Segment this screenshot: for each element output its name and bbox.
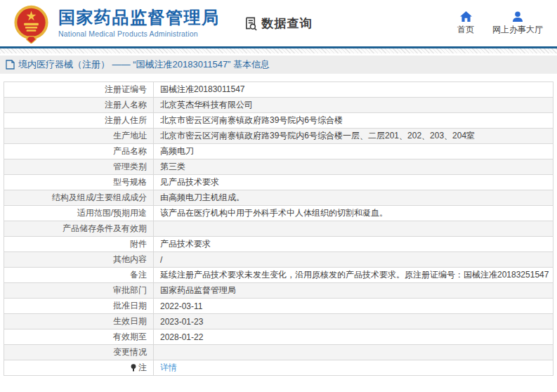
row-label-cell: 产品名称 (4, 144, 154, 159)
document-icon (6, 60, 15, 70)
row-label-cell: 型号规格 (4, 175, 154, 190)
row-value-cell: 见产品技术要求 (154, 175, 553, 190)
row-label: 有效期至 (113, 331, 147, 343)
row-value-cell: 高频电刀 (154, 144, 553, 159)
row-value-cell: 2023-01-23 (154, 314, 553, 329)
table-row: 管理类别 第三类 (4, 159, 553, 175)
row-label: 适用范围/预期用途 (77, 207, 147, 219)
row-label: 注 (138, 362, 147, 374)
row-value-cell: 北京市密云区河南寨镇政府路39号院内6号综合楼一层、二层201、202、203、… (154, 129, 553, 144)
row-value-cell (154, 221, 553, 237)
row-value: 国械注准20183011547 (160, 84, 245, 94)
row-label-cell: 生效日期 (4, 314, 154, 329)
table-row: 注册人住所 北京市密云区河南寨镇政府路39号院内6号综合楼 (4, 113, 553, 129)
row-value: 由高频电刀主机组成。 (160, 192, 244, 202)
breadcrumb-text: 境内医疗器械（注册） —— “国械注准20183011547” 基本信息 (18, 58, 270, 71)
nav-item-online-hall-label: 网上办事大厅 (492, 24, 543, 36)
row-label-cell: 管理类别 (4, 159, 154, 175)
row-label-cell: 变更情况 (4, 345, 154, 360)
site-header: 国家药品监督管理局 National Medical Products Admi… (0, 0, 557, 46)
table-row: 审批部门 国家药品监督管理局 (4, 283, 553, 299)
table-row: 变更情况 (4, 345, 553, 360)
nav-item-online-hall[interactable]: 网上办事大厅 (492, 11, 543, 36)
row-value: 第三类 (160, 162, 185, 171)
table-row: 产品名称 高频电刀 (4, 144, 553, 159)
row-value: 北京市密云区河南寨镇政府路39号院内6号综合楼一层、二层201、202、203、… (160, 131, 475, 141)
row-value-cell: 该产品在医疗机构中用于外科手术中人体组织的切割和凝血。 (154, 206, 553, 221)
row-value: 延续注册产品技术要求未发生变化，沿用原核发的产品技术要求。原注册证编号：国械注准… (160, 270, 549, 280)
home-icon (460, 11, 472, 22)
row-value-cell: / (154, 252, 553, 268)
table-row: 备注 延续注册产品技术要求未发生变化，沿用原核发的产品技术要求。原注册证编号：国… (4, 268, 553, 283)
user-icon (512, 11, 523, 22)
header-nav: 首页 网上办事大厅 (457, 11, 543, 36)
row-value-cell: 北京英杰华科技有限公司 (154, 98, 553, 113)
row-label-cell: 结构及组成/主要组成成分 (4, 190, 154, 206)
row-label-cell: 生产地址 (4, 129, 154, 144)
data-query-icon (244, 16, 258, 31)
row-label: 产品名称 (113, 145, 147, 157)
row-label: 结构及组成/主要组成成分 (52, 192, 147, 204)
table-row: 附件 产品技术要求 (4, 237, 553, 252)
nav-item-home[interactable]: 首页 (457, 11, 474, 36)
row-label: 管理类别 (113, 161, 147, 173)
hatch-band (0, 48, 557, 53)
row-value-cell: 第三类 (154, 159, 553, 175)
detail-link[interactable]: 详情 (160, 362, 177, 372)
table-row: 其他内容 / (4, 252, 553, 268)
row-value-cell: 北京市密云区河南寨镇政府路39号院内6号综合楼 (154, 113, 553, 129)
row-label-cell: 注册人住所 (4, 113, 154, 129)
registration-info-table: 注册证编号 国械注准20183011547 注册人名称 北京英杰华科技有限公司 (4, 81, 553, 376)
row-value-cell: 2028-01-22 (154, 329, 553, 345)
row-value: 2022-03-11 (160, 301, 203, 311)
data-query-menu[interactable]: 数据查询 (244, 15, 313, 32)
row-label: 生产地址 (113, 130, 147, 142)
table-row: 型号规格 见产品技术要求 (4, 175, 553, 190)
row-value-cell: 2022-03-11 (154, 299, 553, 314)
row-value: 北京英杰华科技有限公司 (160, 100, 253, 110)
row-label-cell: 有效期至 (4, 329, 154, 345)
row-value: 见产品技术要求 (160, 177, 219, 187)
row-value-cell: 国家药品监督管理局 (154, 283, 553, 299)
row-value: 该产品在医疗机构中用于外科手术中人体组织的切割和凝血。 (160, 208, 388, 218)
row-value-cell (154, 345, 553, 360)
table-row: 注册人名称 北京英杰华科技有限公司 (4, 98, 553, 113)
row-label-cell: 产品储存条件及有效期 (4, 221, 154, 237)
row-label-cell: 审批部门 (4, 283, 154, 299)
breadcrumb: 境内医疗器械（注册） —— “国械注准20183011547” 基本信息 (0, 55, 557, 74)
data-query-label: 数据查询 (262, 15, 313, 32)
row-label-cell: 注册证编号 (4, 82, 154, 98)
row-value-cell: 产品技术要求 (154, 237, 553, 252)
table-row: 注册证编号 国械注准20183011547 (4, 82, 553, 98)
row-value: 北京市密云区河南寨镇政府路39号院内6号综合楼 (160, 115, 343, 125)
row-value: 国家药品监督管理局 (160, 285, 236, 295)
row-value-cell: 详情 (154, 360, 553, 376)
table-row: 结构及组成/主要组成成分 由高频电刀主机组成。 (4, 190, 553, 206)
row-label: 产品储存条件及有效期 (63, 223, 147, 235)
row-value: / (160, 255, 162, 265)
table-row: 适用范围/预期用途 该产品在医疗机构中用于外科手术中人体组织的切割和凝血。 (4, 206, 553, 221)
row-label-cell: 注册人名称 (4, 98, 154, 113)
row-value-cell: 延续注册产品技术要求未发生变化，沿用原核发的产品技术要求。原注册证编号：国械注准… (154, 268, 553, 283)
row-value: 高频电刀 (160, 146, 194, 156)
row-label: 批准日期 (113, 300, 147, 312)
row-value: 2028-01-22 (160, 332, 203, 342)
row-label-cell: 适用范围/预期用途 (4, 206, 154, 221)
table-row: 有效期至 2028-01-22 (4, 329, 553, 345)
row-label-cell: 其他内容 (4, 252, 154, 268)
nav-item-home-label: 首页 (457, 24, 474, 36)
table-row: 生效日期 2023-01-23 (4, 314, 553, 329)
row-label: 其他内容 (113, 254, 147, 266)
site-title-en: National Medical Products Administration (58, 30, 220, 38)
site-title-cn: 国家药品监督管理局 (58, 8, 220, 27)
row-label: 审批部门 (113, 285, 147, 296)
row-label-cell: 附件 (4, 237, 154, 252)
row-label-cell: 注 (4, 360, 154, 376)
row-label: 生效日期 (113, 315, 147, 327)
row-label: 备注 (130, 269, 147, 281)
row-label: 型号规格 (113, 176, 147, 188)
row-value: 2023-01-23 (160, 317, 203, 327)
row-label-cell: 批准日期 (4, 299, 154, 314)
row-value-cell: 由高频电刀主机组成。 (154, 190, 553, 206)
table-row: 注 详情 (4, 360, 553, 376)
